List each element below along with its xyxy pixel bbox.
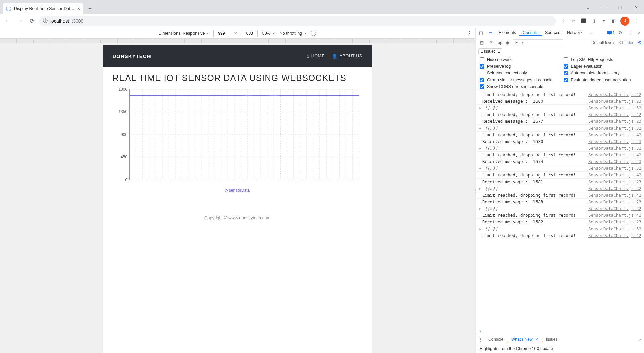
devtools-tab-elements[interactable]: Elements [495,30,519,35]
console-source-link[interactable]: SensorDataChart.js:23 [588,99,641,104]
chrome-menu-icon[interactable]: ⋮ [633,18,639,24]
inspect-icon[interactable]: ◰ [476,28,486,38]
share-icon[interactable]: ⇪ [560,18,567,24]
clear-console-icon[interactable]: ⊘ [487,40,495,45]
devtools-close-icon[interactable]: × [635,28,644,38]
drawer-close-icon[interactable]: × [636,337,644,342]
devtools-tab-console[interactable]: Console [519,30,542,36]
console-settings-icon[interactable]: ⚙ [638,40,642,45]
console-setting[interactable]: Show CORS errors in console [480,84,557,89]
console-setting[interactable]: Eager evaluation [564,64,641,69]
forward-button[interactable]: → [15,16,25,26]
console-row[interactable]: [{…}]SensorDataChart.js:32 [476,145,644,152]
console-source-link[interactable]: SensorDataChart.js:32 [588,166,641,171]
drawer-tab-issues[interactable]: Issues [542,337,562,342]
bookmark-icon[interactable]: ☆ [570,18,577,24]
console-setting[interactable]: Group similar messages in console [480,78,557,82]
console-setting[interactable]: Log XMLHttpRequests [564,57,641,62]
back-button[interactable]: ← [3,16,13,26]
context-selector[interactable]: top [497,40,502,45]
profile-avatar[interactable]: J [620,17,629,26]
close-tab-icon[interactable]: × [77,6,80,11]
console-setting-checkbox[interactable] [564,78,568,82]
console-source-link[interactable]: SensorDataChart.js:42 [588,213,641,218]
console-setting-checkbox[interactable] [480,78,484,82]
console-row[interactable]: Limit reached, dropping first record!Sen… [476,132,644,138]
reload-button[interactable]: ⟳ [27,16,37,26]
console-row[interactable]: Limit reached, dropping first record!Sen… [476,111,644,118]
device-mode-icon[interactable]: ▭ [486,28,495,38]
console-row[interactable]: Limit reached, dropping first record!Sen… [476,212,644,219]
site-info-icon[interactable]: ⓘ [43,18,48,24]
console-setting-checkbox[interactable] [480,64,484,69]
console-source-link[interactable]: SensorDataChart.js:23 [588,199,641,204]
height-input[interactable] [242,30,258,37]
nav-about[interactable]: 👤 ABOUT US [332,54,362,59]
maximize-button[interactable]: □ [612,2,628,13]
console-setting[interactable]: Hide network [480,57,557,62]
console-row[interactable]: Received message :: 1677SensorDataChart.… [476,118,644,125]
console-source-link[interactable]: SensorDataChart.js:23 [588,139,641,144]
zoom-selector[interactable]: 80% [262,31,275,36]
console-source-link[interactable]: SensorDataChart.js:32 [588,146,641,151]
console-source-link[interactable]: SensorDataChart.js:42 [588,112,641,117]
console-setting-checkbox[interactable] [480,84,484,89]
console-source-link[interactable]: SensorDataChart.js:32 [588,125,641,131]
console-setting-checkbox[interactable] [564,57,568,62]
console-source-link[interactable]: SensorDataChart.js:23 [588,219,641,224]
console-setting[interactable]: Autocomplete from history [564,71,641,75]
console-source-link[interactable]: SensorDataChart.js:32 [588,206,641,211]
console-row[interactable]: Received message :: 1682SensorDataChart.… [476,219,644,225]
chevron-down-icon[interactable]: ⌄ [580,2,596,13]
console-setting-checkbox[interactable] [480,71,484,75]
console-source-link[interactable]: SensorDataChart.js:42 [588,233,641,238]
drawer-menu-icon[interactable]: ⋮ [476,337,484,342]
console-source-link[interactable]: SensorDataChart.js:42 [588,92,641,97]
console-row[interactable]: Limit reached, dropping first record!Sen… [476,152,644,158]
new-tab-button[interactable]: + [85,4,95,13]
console-source-link[interactable]: SensorDataChart.js:42 [588,152,641,157]
console-sidebar-icon[interactable]: ▤ [478,40,486,45]
live-expression-icon[interactable]: ◉ [504,40,512,45]
console-source-link[interactable]: SensorDataChart.js:32 [588,186,641,191]
device-icon[interactable]: ▯ [590,18,597,24]
console-row[interactable]: Received message :: 1680SensorDataChart.… [476,98,644,105]
issue-chip[interactable]: 1 Issue: 1 [478,48,502,54]
drawer-tab-console[interactable]: Console [484,337,507,342]
rotate-icon[interactable] [311,31,316,36]
console-source-link[interactable]: SensorDataChart.js:42 [588,193,641,198]
more-tabs-icon[interactable]: » [586,28,595,38]
device-toolbar-menu-icon[interactable]: ⋮ [467,30,472,36]
console-filter-input[interactable] [513,39,563,46]
console-setting-checkbox[interactable] [480,57,484,62]
throttling-selector[interactable]: No throttling [280,31,306,36]
console-row[interactable]: [{…}]SensorDataChart.js:32 [476,205,644,212]
console-source-link[interactable]: SensorDataChart.js:42 [588,172,641,178]
console-row[interactable]: Received message :: 1674SensorDataChart.… [476,158,644,165]
console-source-link[interactable]: SensorDataChart.js:42 [588,132,641,137]
console-setting-checkbox[interactable] [564,71,568,75]
console-row[interactable]: Limit reached, dropping first record!Sen… [476,91,644,98]
console-row[interactable]: [{…}]SensorDataChart.js:32 [476,165,644,172]
devtools-tab-sources[interactable]: Sources [542,30,564,35]
console-setting[interactable]: Selected context only [480,71,557,75]
devtools-tab-network[interactable]: Network [564,30,586,35]
console-row[interactable]: [{…}]SensorDataChart.js:32 [476,105,644,111]
nav-home[interactable]: ⌂ HOME [306,54,325,59]
console-row[interactable]: Received message :: 1680SensorDataChart.… [476,138,644,145]
console-setting-checkbox[interactable] [564,64,568,69]
console-source-link[interactable]: SensorDataChart.js:23 [588,179,641,184]
issues-indicator[interactable]: 1 [606,28,616,38]
omnibox[interactable]: ⓘ localhost:3000 [39,16,556,26]
console-row[interactable]: [{…}]SensorDataChart.js:32 [476,185,644,192]
console-row[interactable]: Limit reached, dropping first record!Sen… [476,232,644,239]
console-setting[interactable]: Preserve log [480,64,557,69]
dimensions-selector[interactable]: Dimensions: Responsive [159,31,209,36]
console-source-link[interactable]: SensorDataChart.js:32 [588,226,641,231]
console-log-area[interactable]: Limit reached, dropping first record!Sen… [476,91,644,327]
console-source-link[interactable]: SensorDataChart.js:32 [588,105,641,110]
log-levels-selector[interactable]: Default levels [591,40,615,45]
puzzle-icon[interactable]: ✦ [600,18,607,24]
drawer-tab-what-s-new[interactable]: What's New× [507,337,542,342]
console-row[interactable]: Limit reached, dropping first record!Sen… [476,192,644,199]
